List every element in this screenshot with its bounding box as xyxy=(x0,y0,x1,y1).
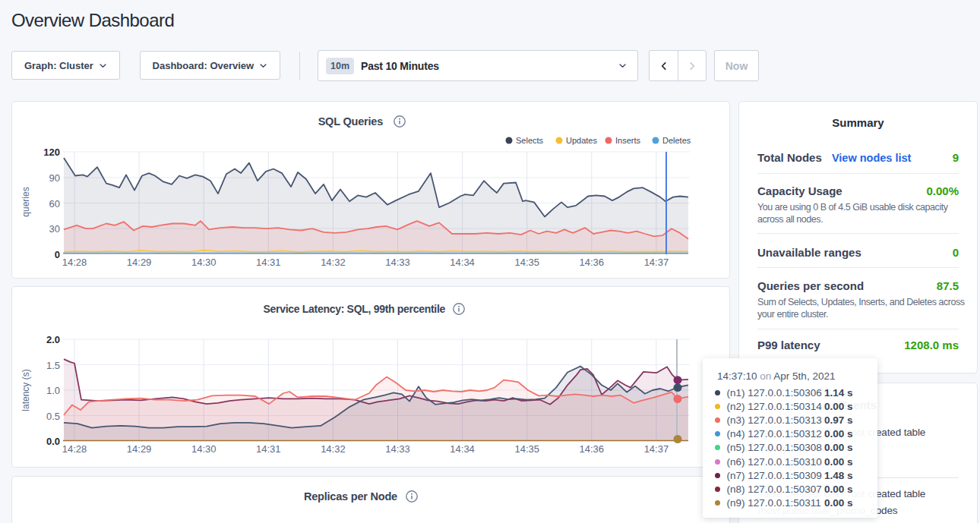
svg-text:14:30: 14:30 xyxy=(191,257,217,268)
svg-text:14:35: 14:35 xyxy=(514,257,539,268)
svg-text:latency (s): latency (s) xyxy=(21,369,31,411)
svg-text:14:37: 14:37 xyxy=(644,257,669,268)
svg-text:14:34: 14:34 xyxy=(450,443,475,455)
svg-text:14:37: 14:37 xyxy=(644,443,669,455)
svg-text:14:28: 14:28 xyxy=(62,443,87,455)
svg-text:14:33: 14:33 xyxy=(385,257,410,268)
svg-text:0.5: 0.5 xyxy=(46,411,60,422)
svg-text:14:31: 14:31 xyxy=(256,257,281,268)
svg-text:90: 90 xyxy=(49,172,60,184)
svg-text:Updates: Updates xyxy=(566,136,597,145)
svg-text:1.5: 1.5 xyxy=(46,360,60,371)
svg-text:Service Latency: SQL, 99th per: Service Latency: SQL, 99th percentile xyxy=(264,303,446,315)
svg-text:14:29: 14:29 xyxy=(127,443,152,455)
svg-text:14:36: 14:36 xyxy=(580,443,605,455)
svg-text:14:32: 14:32 xyxy=(321,257,346,268)
svg-text:14:33: 14:33 xyxy=(385,443,410,455)
svg-text:60: 60 xyxy=(49,198,60,210)
svg-text:14:34: 14:34 xyxy=(450,257,475,268)
svg-text:14:29: 14:29 xyxy=(127,257,152,268)
svg-text:2.0: 2.0 xyxy=(46,334,60,345)
svg-text:14:28: 14:28 xyxy=(62,257,87,268)
svg-text:1.0: 1.0 xyxy=(46,385,60,396)
svg-text:0: 0 xyxy=(55,249,60,260)
svg-text:120: 120 xyxy=(43,147,60,158)
svg-text:Deletes: Deletes xyxy=(662,136,691,145)
svg-text:14:30: 14:30 xyxy=(191,443,217,455)
svg-text:Selects: Selects xyxy=(516,136,544,145)
svg-text:14:31: 14:31 xyxy=(256,443,281,455)
svg-text:Inserts: Inserts xyxy=(615,136,641,145)
svg-text:SQL Queries: SQL Queries xyxy=(318,115,384,128)
svg-text:14:32: 14:32 xyxy=(321,443,346,455)
svg-text:14:35: 14:35 xyxy=(514,443,539,455)
svg-text:Replicas per Node: Replicas per Node xyxy=(304,490,397,503)
svg-text:0.0: 0.0 xyxy=(46,436,60,447)
svg-text:queries: queries xyxy=(21,187,31,216)
svg-text:30: 30 xyxy=(49,223,60,235)
svg-text:14:36: 14:36 xyxy=(580,257,605,268)
